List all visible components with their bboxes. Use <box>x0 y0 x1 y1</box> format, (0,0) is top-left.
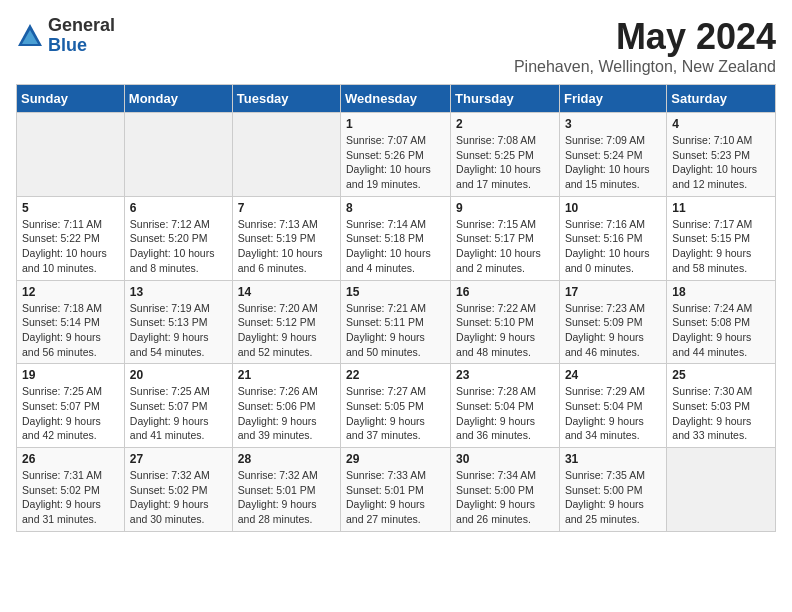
day-number: 17 <box>565 285 661 299</box>
calendar-cell: 4Sunrise: 7:10 AMSunset: 5:23 PMDaylight… <box>667 113 776 197</box>
day-number: 9 <box>456 201 554 215</box>
day-detail: Sunrise: 7:26 AMSunset: 5:06 PMDaylight:… <box>238 385 318 441</box>
day-number: 10 <box>565 201 661 215</box>
logo-blue-text: Blue <box>48 36 115 56</box>
calendar-cell: 25Sunrise: 7:30 AMSunset: 5:03 PMDayligh… <box>667 364 776 448</box>
day-detail: Sunrise: 7:07 AMSunset: 5:26 PMDaylight:… <box>346 134 431 190</box>
day-detail: Sunrise: 7:10 AMSunset: 5:23 PMDaylight:… <box>672 134 757 190</box>
day-number: 31 <box>565 452 661 466</box>
day-detail: Sunrise: 7:33 AMSunset: 5:01 PMDaylight:… <box>346 469 426 525</box>
logo-icon <box>16 22 44 50</box>
title-area: May 2024 Pinehaven, Wellington, New Zeal… <box>514 16 776 76</box>
day-number: 11 <box>672 201 770 215</box>
weekday-header: Saturday <box>667 85 776 113</box>
calendar-week-row: 5Sunrise: 7:11 AMSunset: 5:22 PMDaylight… <box>17 196 776 280</box>
calendar-cell: 11Sunrise: 7:17 AMSunset: 5:15 PMDayligh… <box>667 196 776 280</box>
day-detail: Sunrise: 7:32 AMSunset: 5:01 PMDaylight:… <box>238 469 318 525</box>
day-detail: Sunrise: 7:31 AMSunset: 5:02 PMDaylight:… <box>22 469 102 525</box>
day-detail: Sunrise: 7:28 AMSunset: 5:04 PMDaylight:… <box>456 385 536 441</box>
calendar-cell: 18Sunrise: 7:24 AMSunset: 5:08 PMDayligh… <box>667 280 776 364</box>
day-number: 4 <box>672 117 770 131</box>
calendar-cell: 21Sunrise: 7:26 AMSunset: 5:06 PMDayligh… <box>232 364 340 448</box>
calendar-cell: 10Sunrise: 7:16 AMSunset: 5:16 PMDayligh… <box>559 196 666 280</box>
calendar-cell: 13Sunrise: 7:19 AMSunset: 5:13 PMDayligh… <box>124 280 232 364</box>
day-number: 15 <box>346 285 445 299</box>
day-detail: Sunrise: 7:19 AMSunset: 5:13 PMDaylight:… <box>130 302 210 358</box>
day-detail: Sunrise: 7:27 AMSunset: 5:05 PMDaylight:… <box>346 385 426 441</box>
calendar-cell: 30Sunrise: 7:34 AMSunset: 5:00 PMDayligh… <box>451 448 560 532</box>
calendar-cell: 26Sunrise: 7:31 AMSunset: 5:02 PMDayligh… <box>17 448 125 532</box>
weekday-header: Sunday <box>17 85 125 113</box>
day-number: 28 <box>238 452 335 466</box>
calendar-cell: 16Sunrise: 7:22 AMSunset: 5:10 PMDayligh… <box>451 280 560 364</box>
day-number: 20 <box>130 368 227 382</box>
day-detail: Sunrise: 7:11 AMSunset: 5:22 PMDaylight:… <box>22 218 107 274</box>
day-detail: Sunrise: 7:24 AMSunset: 5:08 PMDaylight:… <box>672 302 752 358</box>
calendar-cell: 17Sunrise: 7:23 AMSunset: 5:09 PMDayligh… <box>559 280 666 364</box>
day-number: 12 <box>22 285 119 299</box>
day-number: 13 <box>130 285 227 299</box>
location-title: Pinehaven, Wellington, New Zealand <box>514 58 776 76</box>
day-detail: Sunrise: 7:25 AMSunset: 5:07 PMDaylight:… <box>130 385 210 441</box>
day-number: 26 <box>22 452 119 466</box>
calendar-cell: 28Sunrise: 7:32 AMSunset: 5:01 PMDayligh… <box>232 448 340 532</box>
day-number: 14 <box>238 285 335 299</box>
day-detail: Sunrise: 7:22 AMSunset: 5:10 PMDaylight:… <box>456 302 536 358</box>
month-title: May 2024 <box>514 16 776 58</box>
day-number: 2 <box>456 117 554 131</box>
day-number: 18 <box>672 285 770 299</box>
logo: General Blue <box>16 16 115 56</box>
header-row: SundayMondayTuesdayWednesdayThursdayFrid… <box>17 85 776 113</box>
day-detail: Sunrise: 7:16 AMSunset: 5:16 PMDaylight:… <box>565 218 650 274</box>
calendar-cell: 8Sunrise: 7:14 AMSunset: 5:18 PMDaylight… <box>341 196 451 280</box>
day-detail: Sunrise: 7:23 AMSunset: 5:09 PMDaylight:… <box>565 302 645 358</box>
day-number: 30 <box>456 452 554 466</box>
day-number: 29 <box>346 452 445 466</box>
day-number: 23 <box>456 368 554 382</box>
calendar-week-row: 19Sunrise: 7:25 AMSunset: 5:07 PMDayligh… <box>17 364 776 448</box>
day-detail: Sunrise: 7:21 AMSunset: 5:11 PMDaylight:… <box>346 302 426 358</box>
calendar-cell: 15Sunrise: 7:21 AMSunset: 5:11 PMDayligh… <box>341 280 451 364</box>
weekday-header: Wednesday <box>341 85 451 113</box>
calendar-cell: 9Sunrise: 7:15 AMSunset: 5:17 PMDaylight… <box>451 196 560 280</box>
day-number: 21 <box>238 368 335 382</box>
calendar-cell: 5Sunrise: 7:11 AMSunset: 5:22 PMDaylight… <box>17 196 125 280</box>
weekday-header: Thursday <box>451 85 560 113</box>
day-detail: Sunrise: 7:17 AMSunset: 5:15 PMDaylight:… <box>672 218 752 274</box>
day-detail: Sunrise: 7:30 AMSunset: 5:03 PMDaylight:… <box>672 385 752 441</box>
day-number: 25 <box>672 368 770 382</box>
day-detail: Sunrise: 7:35 AMSunset: 5:00 PMDaylight:… <box>565 469 645 525</box>
day-number: 1 <box>346 117 445 131</box>
calendar-cell <box>667 448 776 532</box>
day-detail: Sunrise: 7:20 AMSunset: 5:12 PMDaylight:… <box>238 302 318 358</box>
day-number: 24 <box>565 368 661 382</box>
calendar-cell: 22Sunrise: 7:27 AMSunset: 5:05 PMDayligh… <box>341 364 451 448</box>
calendar-cell: 12Sunrise: 7:18 AMSunset: 5:14 PMDayligh… <box>17 280 125 364</box>
calendar-cell: 23Sunrise: 7:28 AMSunset: 5:04 PMDayligh… <box>451 364 560 448</box>
day-detail: Sunrise: 7:12 AMSunset: 5:20 PMDaylight:… <box>130 218 215 274</box>
calendar-cell: 24Sunrise: 7:29 AMSunset: 5:04 PMDayligh… <box>559 364 666 448</box>
calendar-cell <box>17 113 125 197</box>
weekday-header: Friday <box>559 85 666 113</box>
calendar-cell: 19Sunrise: 7:25 AMSunset: 5:07 PMDayligh… <box>17 364 125 448</box>
day-number: 8 <box>346 201 445 215</box>
calendar-cell: 3Sunrise: 7:09 AMSunset: 5:24 PMDaylight… <box>559 113 666 197</box>
header: General Blue May 2024 Pinehaven, Welling… <box>16 16 776 76</box>
day-detail: Sunrise: 7:08 AMSunset: 5:25 PMDaylight:… <box>456 134 541 190</box>
calendar-cell: 2Sunrise: 7:08 AMSunset: 5:25 PMDaylight… <box>451 113 560 197</box>
day-number: 16 <box>456 285 554 299</box>
weekday-header: Monday <box>124 85 232 113</box>
day-number: 6 <box>130 201 227 215</box>
calendar-cell: 31Sunrise: 7:35 AMSunset: 5:00 PMDayligh… <box>559 448 666 532</box>
day-number: 3 <box>565 117 661 131</box>
day-number: 27 <box>130 452 227 466</box>
calendar-table: SundayMondayTuesdayWednesdayThursdayFrid… <box>16 84 776 532</box>
calendar-cell <box>124 113 232 197</box>
calendar-week-row: 1Sunrise: 7:07 AMSunset: 5:26 PMDaylight… <box>17 113 776 197</box>
day-detail: Sunrise: 7:18 AMSunset: 5:14 PMDaylight:… <box>22 302 102 358</box>
weekday-header: Tuesday <box>232 85 340 113</box>
day-detail: Sunrise: 7:15 AMSunset: 5:17 PMDaylight:… <box>456 218 541 274</box>
calendar-cell: 14Sunrise: 7:20 AMSunset: 5:12 PMDayligh… <box>232 280 340 364</box>
day-number: 22 <box>346 368 445 382</box>
calendar-cell: 6Sunrise: 7:12 AMSunset: 5:20 PMDaylight… <box>124 196 232 280</box>
